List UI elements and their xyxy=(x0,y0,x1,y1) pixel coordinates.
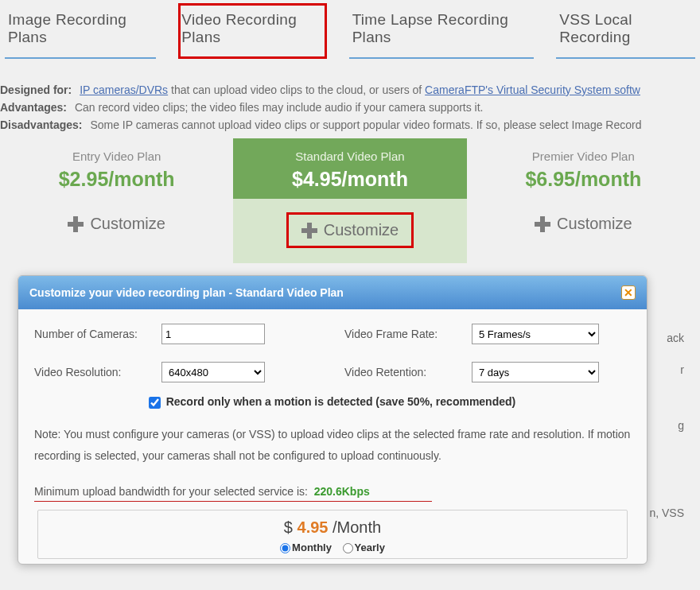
customize-entry-button[interactable]: Customize xyxy=(68,215,165,233)
resolution-select[interactable]: 640x480 xyxy=(161,362,265,382)
tab-vss-local-recording[interactable]: VSS Local Recording xyxy=(556,3,695,59)
billing-yearly-radio[interactable] xyxy=(343,543,353,553)
num-cameras-label: Number of Cameras: xyxy=(34,328,161,340)
close-icon: ✕ xyxy=(624,286,633,299)
num-cameras-input[interactable] xyxy=(161,324,265,344)
plan-description: Designed for: IP cameras/DVRs that can u… xyxy=(0,81,700,134)
billing-yearly-label: Yearly xyxy=(355,541,385,553)
bandwidth-value: 220.6Kbps xyxy=(314,485,370,498)
resolution-label: Video Resolution: xyxy=(34,366,161,378)
bandwidth-underline xyxy=(34,501,432,502)
retention-select[interactable]: 7 days xyxy=(472,362,599,382)
designed-for-text: that can upload video clips to the cloud… xyxy=(168,83,425,96)
customize-label: Customize xyxy=(324,221,399,239)
plus-icon xyxy=(301,223,317,239)
bandwidth-label: Minimum upload bandwidth for your select… xyxy=(34,485,308,498)
motion-detect-checkbox[interactable] xyxy=(149,397,161,409)
price-period: /Month xyxy=(332,518,381,536)
plan-premier: Premier Video Plan $6.95/month Customize xyxy=(467,138,700,263)
bandwidth-row: Minimum upload bandwidth for your select… xyxy=(34,485,631,498)
motion-detect-label: Record only when a motion is detected (s… xyxy=(166,395,516,408)
retention-label: Video Retention: xyxy=(344,366,472,378)
disadvantages-text: Some IP cameras cannot upload video clip… xyxy=(90,118,641,131)
plan-standard-name: Standard Video Plan xyxy=(233,149,466,163)
tab-video-recording[interactable]: Video Recording Plans xyxy=(178,3,326,59)
plan-standard: Standard Video Plan $4.95/month Customiz… xyxy=(233,138,466,263)
customize-modal: Customize your video recording plan - St… xyxy=(18,275,648,565)
advantages-label: Advantages: xyxy=(0,101,67,114)
frame-rate-select[interactable]: 5 Frames/s xyxy=(472,324,599,344)
tab-timelapse-recording[interactable]: Time Lapse Recording Plans xyxy=(349,3,535,59)
modal-title-text: Customize your video recording plan - St… xyxy=(29,286,344,299)
disadvantages-label: Disadvantages: xyxy=(0,118,82,131)
designed-for-label: Designed for: xyxy=(0,83,72,96)
tab-image-recording[interactable]: Image Recording Plans xyxy=(5,3,156,59)
link-cameraftp-vss[interactable]: CameraFTP's Virtual Security System soft… xyxy=(425,83,640,96)
config-note: Note: You must configure your cameras (o… xyxy=(34,424,631,466)
plan-cards: Entry Video Plan $2.95/month Customize S… xyxy=(0,138,700,263)
link-ip-cameras[interactable]: IP cameras/DVRs xyxy=(80,83,168,96)
frame-rate-label: Video Frame Rate: xyxy=(344,328,472,340)
price-amount: 4.95 xyxy=(298,518,329,536)
customize-label: Customize xyxy=(90,215,165,233)
modal-close-button[interactable]: ✕ xyxy=(621,285,636,300)
customize-label: Customize xyxy=(557,215,632,233)
plus-icon xyxy=(68,216,84,232)
billing-monthly-label: Monthly xyxy=(292,541,332,553)
plan-entry-price: $2.95/month xyxy=(0,168,233,191)
price-box: $ 4.95 /Month Monthly Yearly xyxy=(37,510,628,559)
plan-premier-price: $6.95/month xyxy=(467,168,700,191)
plan-standard-price: $4.95/month xyxy=(233,168,466,191)
plan-entry: Entry Video Plan $2.95/month Customize xyxy=(0,138,233,263)
customize-standard-button[interactable]: Customize xyxy=(289,215,411,246)
billing-monthly-radio[interactable] xyxy=(280,543,290,553)
advantages-text: Can record video clips; the video files … xyxy=(75,101,484,114)
customize-premier-button[interactable]: Customize xyxy=(535,215,632,233)
plan-tabs: Image Recording Plans Video Recording Pl… xyxy=(0,3,700,59)
plan-premier-name: Premier Video Plan xyxy=(467,149,700,163)
plan-entry-name: Entry Video Plan xyxy=(0,149,233,163)
modal-titlebar: Customize your video recording plan - St… xyxy=(18,276,647,309)
price-currency: $ xyxy=(284,518,293,536)
plus-icon xyxy=(535,216,550,232)
